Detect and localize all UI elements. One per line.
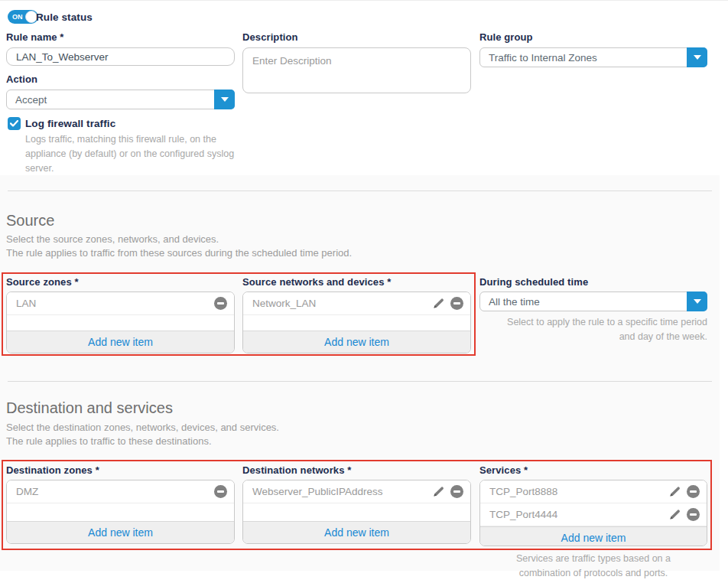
description-textarea[interactable] bbox=[242, 47, 471, 93]
log-traffic-help: Logs traffic, matching this firewall rul… bbox=[25, 132, 241, 175]
destination-networks-label: Destination networks * bbox=[242, 464, 351, 476]
source-zones-listbox: LAN Add new item bbox=[6, 292, 235, 353]
rule-status-label: Rule status bbox=[36, 11, 93, 23]
scheduled-time-label: During scheduled time bbox=[479, 276, 588, 288]
destination-zones-label: Destination zones * bbox=[6, 464, 99, 476]
rule-group-label: Rule group bbox=[479, 31, 533, 43]
destination-zones-listbox: DMZ Add new item bbox=[6, 480, 235, 544]
list-item-name: Webserver_PublicIPAddress bbox=[252, 486, 432, 497]
rule-group-dropdown[interactable]: Traffic to Internal Zones bbox=[479, 47, 707, 67]
action-label: Action bbox=[6, 73, 37, 85]
remove-item-icon[interactable] bbox=[214, 485, 227, 498]
list-item-name: DMZ bbox=[16, 486, 214, 497]
section-divider bbox=[8, 191, 712, 191]
firewall-rule-form: ON Rule status Rule name * Description R… bbox=[0, 0, 728, 583]
source-subtitle-1: Select the source zones, networks, and d… bbox=[6, 233, 219, 245]
source-networks-listbox: Network_LAN Add new item bbox=[242, 292, 471, 353]
rule-name-label: Rule name * bbox=[6, 31, 64, 43]
log-traffic-checkbox[interactable] bbox=[8, 117, 21, 130]
edit-item-icon[interactable] bbox=[668, 485, 681, 498]
rule-group-value: Traffic to Internal Zones bbox=[480, 48, 687, 67]
source-networks-label: Source networks and devices * bbox=[242, 276, 391, 288]
list-item-name: LAN bbox=[16, 298, 214, 309]
destination-networks-listbox: Webserver_PublicIPAddress Add new item bbox=[242, 480, 471, 544]
list-item-name: TCP_Port8888 bbox=[489, 486, 668, 497]
services-help: Services are traffic types based on a co… bbox=[479, 552, 707, 581]
services-label: Services * bbox=[479, 464, 528, 476]
remove-item-icon[interactable] bbox=[214, 297, 227, 310]
source-networks-add-button[interactable]: Add new item bbox=[243, 331, 470, 353]
scheduled-time-value: All the time bbox=[480, 292, 687, 311]
remove-item-icon[interactable] bbox=[687, 508, 700, 521]
list-item: TCP_Port8888 bbox=[480, 480, 707, 503]
log-traffic-label[interactable]: Log firewall traffic bbox=[25, 118, 115, 129]
chevron-down-icon bbox=[221, 97, 229, 102]
destination-section-title: Destination and services bbox=[6, 399, 173, 417]
destination-subtitle-1: Select the destination zones, networks, … bbox=[6, 422, 279, 433]
edit-item-icon[interactable] bbox=[668, 508, 681, 521]
description-label: Description bbox=[242, 31, 298, 43]
chevron-down-icon bbox=[694, 299, 701, 304]
remove-item-icon[interactable] bbox=[687, 485, 700, 498]
scheduled-time-dropdown[interactable]: All the time bbox=[479, 292, 707, 311]
scheduled-time-dropdown-button[interactable] bbox=[687, 292, 707, 311]
scheduled-time-help: Select to apply the rule to a specific t… bbox=[479, 315, 707, 344]
section-divider bbox=[8, 381, 712, 382]
remove-item-icon[interactable] bbox=[450, 485, 463, 498]
services-add-button[interactable]: Add new item bbox=[480, 526, 707, 546]
toggle-on-label: ON bbox=[12, 13, 23, 21]
action-value: Accept bbox=[7, 90, 214, 109]
action-dropdown-button[interactable] bbox=[214, 90, 235, 109]
rule-group-dropdown-button[interactable] bbox=[687, 47, 707, 67]
rule-name-input[interactable] bbox=[6, 47, 235, 66]
destination-networks-add-button[interactable]: Add new item bbox=[243, 521, 470, 543]
chevron-down-icon bbox=[694, 55, 701, 60]
rule-status-toggle[interactable]: ON bbox=[8, 10, 38, 24]
source-subtitle-2: The rule applies to traffic from these s… bbox=[6, 247, 352, 259]
list-item: TCP_Port4444 bbox=[480, 503, 707, 526]
destination-subtitle-2: The rule applies to traffic to these des… bbox=[6, 435, 212, 447]
list-item-name: Network_LAN bbox=[252, 298, 432, 309]
list-item-name: TCP_Port4444 bbox=[489, 509, 668, 520]
source-zones-label: Source zones * bbox=[6, 276, 79, 288]
list-item: LAN bbox=[7, 292, 234, 315]
destination-zones-add-button[interactable]: Add new item bbox=[7, 521, 234, 543]
list-item: DMZ bbox=[7, 480, 234, 503]
checkmark-icon bbox=[10, 120, 18, 127]
list-item: Webserver_PublicIPAddress bbox=[243, 480, 470, 503]
remove-item-icon[interactable] bbox=[450, 297, 463, 310]
edit-item-icon[interactable] bbox=[432, 485, 445, 498]
action-dropdown[interactable]: Accept bbox=[6, 90, 235, 109]
services-listbox: TCP_Port8888 TCP_Port4444 bbox=[479, 480, 707, 546]
source-zones-add-button[interactable]: Add new item bbox=[7, 331, 234, 353]
source-section-title: Source bbox=[6, 212, 54, 230]
list-item: Network_LAN bbox=[243, 292, 470, 315]
edit-item-icon[interactable] bbox=[432, 297, 445, 310]
